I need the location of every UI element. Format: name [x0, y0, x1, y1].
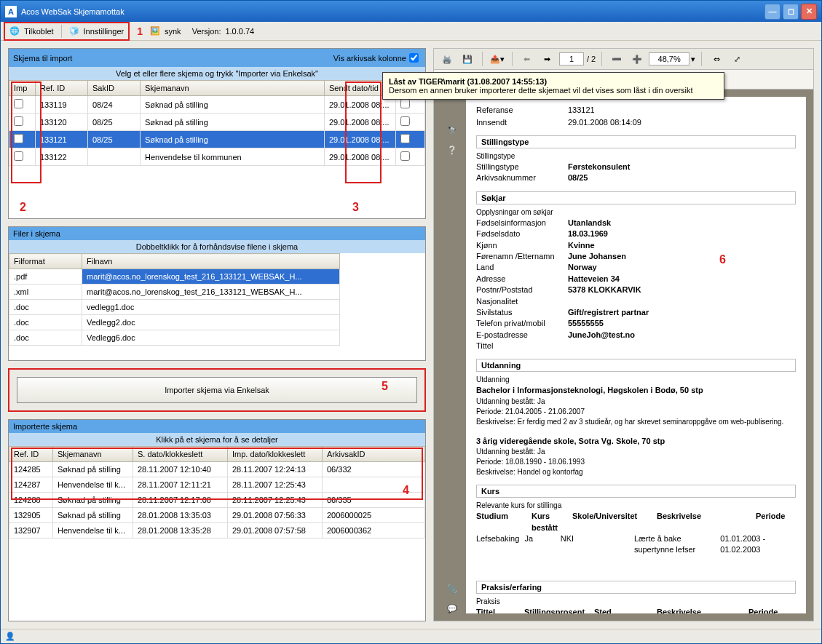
- fit-page-icon[interactable]: ⤢: [728, 50, 746, 68]
- table-row[interactable]: 124287Henvendelse til k...28.11.2007 12:…: [9, 477, 425, 493]
- doc-ref-label: Referanse: [476, 104, 564, 116]
- import-panel-title: Skjema til import: [13, 54, 72, 63]
- table-row[interactable]: .docVedlegg6.doc: [9, 330, 340, 346]
- maximize-button[interactable]: ◻: [783, 4, 799, 20]
- table-row[interactable]: 133122Henvendelse til kommunen29.01.2008…: [9, 148, 425, 166]
- tooltip-body: Dersom en annen bruker importerer dette …: [389, 86, 693, 95]
- imported-panel-sub: Klikk på et skjema for å se detaljer: [9, 433, 425, 446]
- help-icon[interactable]: ❔: [447, 146, 457, 155]
- row-imp-checkbox[interactable]: [14, 116, 23, 126]
- minimize-button[interactable]: —: [764, 4, 780, 20]
- annotation-1: 1: [137, 25, 143, 37]
- import-panel-sub: Velg et eller flere skjema og trykk "Imp…: [9, 67, 425, 80]
- menu-innstillinger[interactable]: Innstillinger: [84, 27, 125, 36]
- label-version: Versjon:: [192, 27, 221, 36]
- binoculars-icon[interactable]: 🔭: [447, 126, 457, 135]
- close-button[interactable]: ✕: [801, 4, 817, 20]
- comment-icon[interactable]: 💬: [447, 604, 457, 613]
- sec-praksis: Praksis/erfaring: [476, 581, 796, 594]
- doc-sent-label: Innsendt: [476, 116, 564, 129]
- sec-kurs: Kurs: [476, 485, 796, 498]
- files-panel-sub: Dobbeltklikk for å forhåndsvise filene i…: [9, 240, 425, 253]
- table-row[interactable]: 124288Søknad på stilling28.11.2007 12:17…: [9, 493, 425, 508]
- files-panel-title: Filer i skjema: [13, 229, 60, 238]
- import-button[interactable]: Importer skjema via Enkelsak: [17, 377, 417, 403]
- sec-sokjar: Søkjar: [476, 191, 796, 204]
- zoom-input[interactable]: [649, 52, 689, 65]
- table-row[interactable]: 13311908/24Søknad på stilling29.01.2008 …: [9, 96, 425, 114]
- table-row[interactable]: .pdfmarit@acos.no_lorenskog_test_216_133…: [9, 269, 340, 285]
- table-row[interactable]: 13312008/25Søknad på stilling29.01.2008 …: [9, 114, 425, 131]
- col-filnavn[interactable]: Filnavn: [82, 254, 340, 269]
- doc-sent-value: 29.01.2008 08:14:09: [568, 116, 641, 129]
- zoom-out-icon[interactable]: ➖: [608, 50, 625, 68]
- table-row[interactable]: 124285Søknad på stilling28.11.2007 12:10…: [9, 462, 425, 477]
- version-value: 1.0.0.74: [225, 27, 254, 36]
- col-sakid[interactable]: SakID: [88, 81, 141, 96]
- row-lock-checkbox[interactable]: [400, 151, 410, 161]
- table-row[interactable]: 132907Henvendelse til k...28.01.2008 13:…: [9, 523, 425, 538]
- col-imp-navn[interactable]: Skjemanavn: [53, 447, 133, 462]
- sec-stillingstype-sub: Stillingstype: [476, 151, 796, 162]
- zoom-in-icon[interactable]: ➕: [628, 50, 646, 68]
- col-imp-ark[interactable]: ArkivsakID: [323, 447, 425, 462]
- show-arkivsak-label: Vis arkivsak kolonne: [333, 54, 406, 63]
- imported-grid[interactable]: Ref. ID Skjemanavn S. dato/klokkeslett I…: [9, 446, 425, 538]
- row-imp-checkbox[interactable]: [14, 134, 23, 143]
- status-icon: 👤: [5, 632, 15, 641]
- print-icon[interactable]: 🖨️: [438, 50, 456, 68]
- globe-icon: 🌐: [9, 26, 20, 36]
- table-row[interactable]: .docvedlegg1.doc: [9, 300, 340, 315]
- table-row[interactable]: .docVedlegg2.doc: [9, 315, 340, 330]
- col-imp[interactable]: Imp: [9, 81, 36, 96]
- col-refid[interactable]: Ref. ID: [36, 81, 88, 96]
- window-title: Acos WebSak Skjemamottak: [21, 7, 125, 16]
- files-grid[interactable]: Filformat Filnavn .pdfmarit@acos.no_lore…: [9, 253, 340, 346]
- attachment-icon[interactable]: 📎: [447, 584, 457, 594]
- save-icon[interactable]: 💾: [459, 50, 476, 68]
- doc-ref-value: 133121: [568, 104, 595, 116]
- show-arkivsak-checkbox[interactable]: [409, 53, 419, 63]
- table-row[interactable]: 132905Søknad på stilling28.01.2008 13:35…: [9, 508, 425, 523]
- preview-document: Referanse133121 Innsendt29.01.2008 08:14…: [466, 97, 806, 613]
- page-total: / 2: [587, 55, 596, 63]
- settings-icon: 🧊: [69, 26, 79, 36]
- fit-width-icon[interactable]: ⇔: [708, 50, 725, 68]
- page-input[interactable]: [559, 52, 584, 65]
- row-imp-checkbox[interactable]: [14, 99, 23, 108]
- titlebar: A Acos WebSak Skjemamottak — ◻ ✕: [1, 1, 821, 22]
- status-tilkoblet[interactable]: Tilkoblet: [24, 27, 54, 36]
- app-icon: A: [5, 6, 17, 17]
- imported-panel-title: Importerte skjema: [13, 422, 77, 431]
- preview-toolbar: 🖨️ 💾 📤▾ ⬅ ➡ / 2 ➖ ➕ ▾ ⇔ ⤢: [433, 48, 814, 70]
- col-imp-ref[interactable]: Ref. ID: [9, 447, 53, 462]
- row-lock-checkbox[interactable]: [400, 134, 410, 143]
- next-page-icon[interactable]: ➡: [539, 50, 556, 68]
- prev-page-icon[interactable]: ⬅: [518, 50, 536, 68]
- sec-stillingstype: Stillingstype: [476, 135, 796, 148]
- import-grid[interactable]: Imp Ref. ID SakID Skjemanavn Sendt dato/…: [9, 80, 425, 166]
- import-panel-header: Skjema til import Vis arkivsak kolonne: [9, 49, 425, 67]
- row-lock-checkbox[interactable]: [400, 116, 410, 126]
- lock-tooltip: Låst av TIGER\marit (31.08.2007 14:55:13…: [382, 72, 724, 100]
- col-imp-sdato[interactable]: S. dato/klokkeslett: [133, 447, 228, 462]
- col-imp-idato[interactable]: Imp. dato/klokkeslett: [228, 447, 323, 462]
- app-toolbar: 🌐 Tilkoblet 🧊 Innstillinger 1 🖼️ synk Ve…: [1, 22, 821, 41]
- col-navn[interactable]: Skjemanavn: [141, 81, 325, 96]
- export-icon[interactable]: 📤▾: [489, 50, 506, 68]
- tooltip-title: Låst av TIGER\marit (31.08.2007 14:55:13…: [389, 77, 547, 86]
- row-imp-checkbox[interactable]: [14, 151, 23, 161]
- table-row[interactable]: .xmlmarit@acos.no_lorenskog_test_216_133…: [9, 285, 340, 300]
- statusbar: 👤: [1, 629, 821, 643]
- label-synk: synk: [165, 27, 181, 36]
- table-row[interactable]: 13312108/25Søknad på stilling29.01.2008 …: [9, 131, 425, 148]
- row-lock-checkbox[interactable]: [400, 99, 410, 108]
- import-button-label: Importer skjema via Enkelsak: [165, 386, 269, 394]
- col-filformat[interactable]: Filformat: [9, 254, 82, 269]
- sync-icon: 🖼️: [150, 26, 160, 36]
- sec-utdanning: Utdanning: [476, 359, 796, 372]
